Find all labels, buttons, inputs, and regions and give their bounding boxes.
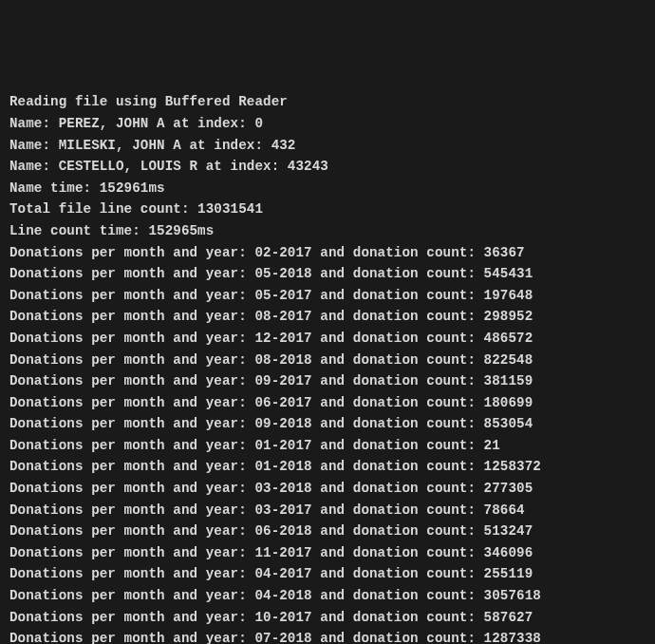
output-line: Donations per month and year: 03-2017 an… [9, 500, 646, 521]
output-line: Donations per month and year: 12-2017 an… [9, 328, 646, 350]
output-line: Donations per month and year: 02-2017 an… [9, 242, 646, 264]
output-line: Donations per month and year: 05-2017 an… [9, 285, 646, 307]
output-line: Name time: 152961ms [9, 178, 646, 199]
output-line: Donations per month and year: 11-2017 an… [9, 542, 646, 564]
output-line: Donations per month and year: 01-2017 an… [9, 435, 646, 457]
output-line: Donations per month and year: 05-2018 an… [9, 263, 646, 285]
output-line: Donations per month and year: 09-2018 an… [9, 413, 646, 435]
terminal-output: Reading file using Buffered ReaderName: … [9, 91, 646, 644]
output-line: Donations per month and year: 06-2018 an… [9, 521, 646, 542]
output-line: Donations per month and year: 09-2017 an… [9, 370, 646, 392]
output-line: Donations per month and year: 03-2018 an… [9, 478, 646, 500]
output-line: Donations per month and year: 06-2017 an… [9, 392, 646, 414]
output-line: Total file line count: 13031541 [9, 199, 646, 220]
output-line: Donations per month and year: 04-2018 an… [9, 585, 646, 607]
output-line: Donations per month and year: 08-2018 an… [9, 350, 646, 371]
output-line: Donations per month and year: 08-2017 an… [9, 306, 646, 328]
output-line: Reading file using Buffered Reader [9, 91, 646, 113]
output-line: Donations per month and year: 10-2017 an… [9, 607, 646, 629]
output-line: Donations per month and year: 07-2018 an… [9, 628, 646, 644]
output-line: Name: CESTELLO, LOUIS R at index: 43243 [9, 156, 646, 178]
output-line: Donations per month and year: 01-2018 an… [9, 456, 646, 478]
output-line: Donations per month and year: 04-2017 an… [9, 563, 646, 585]
output-line: Name: PEREZ, JOHN A at index: 0 [9, 113, 646, 135]
output-line: Line count time: 152965ms [9, 220, 646, 242]
output-line: Name: MILESKI, JOHN A at index: 432 [9, 135, 646, 157]
